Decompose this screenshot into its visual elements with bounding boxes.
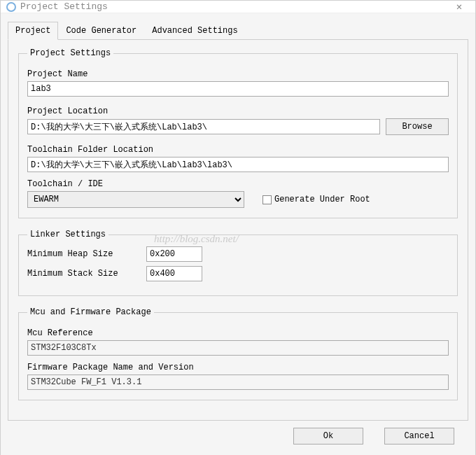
linker-settings-group: Linker Settings Minimum Heap Size Minimu…: [18, 230, 458, 296]
dialog-content: Project Code Generator Advanced Settings…: [1, 13, 475, 455]
toolchain-folder-label: Toolchain Folder Location: [27, 145, 449, 155]
dialog-footer: Ok Cancel: [8, 421, 468, 455]
ok-button[interactable]: Ok: [293, 428, 363, 444]
toolchain-folder-input[interactable]: [27, 157, 449, 172]
linker-settings-legend: Linker Settings: [27, 230, 108, 239]
app-icon: [6, 2, 16, 12]
tab-strip: Project Code Generator Advanced Settings: [8, 22, 468, 40]
project-settings-legend: Project Settings: [27, 48, 113, 58]
tab-code-generator[interactable]: Code Generator: [58, 22, 144, 40]
project-settings-dialog: Project Settings ✕ Project Code Generato…: [0, 0, 476, 455]
min-heap-label: Minimum Heap Size: [27, 249, 146, 259]
project-location-input[interactable]: [27, 119, 380, 134]
firmware-package-value: STM32Cube FW_F1 V1.3.1: [27, 374, 449, 390]
toolchain-ide-select[interactable]: EWARM: [27, 191, 244, 208]
generate-under-root-checkbox[interactable]: Generate Under Root: [262, 195, 370, 204]
tab-advanced-settings[interactable]: Advanced Settings: [144, 22, 245, 40]
firmware-package-label: Firmware Package Name and Version: [27, 363, 449, 372]
project-name-label: Project Name: [27, 69, 449, 79]
cancel-button[interactable]: Cancel: [384, 428, 454, 444]
browse-button[interactable]: Browse: [386, 118, 449, 135]
generate-under-root-label: Generate Under Root: [274, 195, 370, 204]
mcu-firmware-group: Mcu and Firmware Package Mcu Reference S…: [18, 307, 458, 400]
window-title: Project Settings: [20, 1, 449, 12]
min-stack-input[interactable]: [146, 266, 202, 281]
close-icon[interactable]: ✕: [449, 1, 470, 13]
mcu-reference-value: STM32F103C8Tx: [27, 340, 449, 356]
min-heap-input[interactable]: [146, 246, 202, 262]
project-settings-group: Project Settings Project Name Project Lo…: [18, 48, 458, 218]
mcu-firmware-legend: Mcu and Firmware Package: [27, 307, 154, 317]
min-stack-label: Minimum Stack Size: [27, 269, 146, 279]
checkbox-icon: [262, 195, 272, 204]
project-name-input[interactable]: [27, 81, 449, 97]
project-location-label: Project Location: [27, 106, 449, 116]
toolchain-ide-label: Toolchain / IDE: [27, 179, 449, 189]
mcu-reference-label: Mcu Reference: [27, 328, 449, 338]
tab-panel-project: Project Settings Project Name Project Lo…: [8, 39, 468, 421]
titlebar: Project Settings ✕: [1, 1, 475, 13]
tab-project[interactable]: Project: [8, 22, 58, 40]
